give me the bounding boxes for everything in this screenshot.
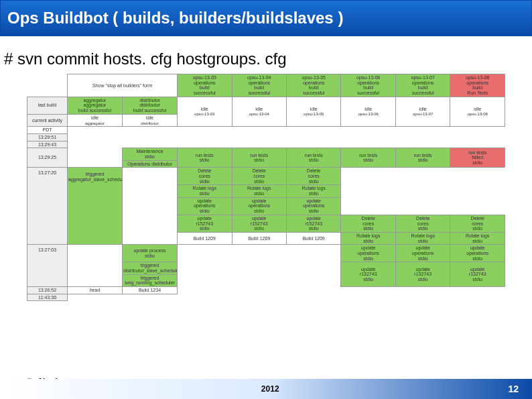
run-tests-cell[interactable]: run testsstdio bbox=[341, 148, 395, 168]
update-rev-cell[interactable]: updater152743stdio bbox=[178, 215, 232, 232]
delete-cores-cell[interactable]: Deletecoresstdio bbox=[178, 168, 232, 185]
delete-cores-cell[interactable]: Deletecoresstdio bbox=[286, 168, 340, 185]
build-num-cell[interactable]: Build 1209 bbox=[286, 232, 340, 244]
rotate-logs-cell[interactable]: Rotate logsstdio bbox=[286, 185, 340, 197]
rotate-logs-cell[interactable]: Rotate logsstdio bbox=[341, 232, 395, 244]
time-cell: 13:29:51 bbox=[27, 133, 68, 141]
rotate-logs-cell[interactable]: Rotate logsstdio bbox=[232, 185, 286, 197]
head-cell[interactable]: head bbox=[68, 287, 123, 294]
buildbot-grid: Show "stop all builders" form opsu-13-03… bbox=[27, 74, 505, 301]
col-opsu-06[interactable]: opsu-13-06operationsbuildsuccessful bbox=[341, 74, 395, 97]
triggered-dist-cell[interactable]: triggereddistributor_slave_scheduler bbox=[123, 262, 178, 274]
row-label-last-build: last build bbox=[27, 97, 68, 114]
update-ops-cell[interactable]: updateoperationsstdio bbox=[286, 197, 340, 215]
col-opsu-04[interactable]: opsu-13-04operationsbuildsuccessful bbox=[232, 74, 286, 97]
page-title: Ops Buildbot ( builds, builders/buildsla… bbox=[7, 9, 343, 27]
idle-cell: idleopsu-13-03 bbox=[178, 97, 232, 126]
rotate-logs-cell[interactable]: Rotate logsstdio bbox=[450, 232, 505, 244]
col-opsu-08[interactable]: opsu-13-08operationsbuildRun Tests bbox=[450, 74, 505, 97]
col-distributor[interactable]: distributordistributorbuild successful bbox=[123, 97, 178, 114]
update-ops-cell[interactable]: updateoperationsstdio bbox=[450, 245, 505, 262]
time-cell: 11:43:30 bbox=[27, 294, 68, 301]
col-opsu-03[interactable]: opsu-13-03operationsbuildsuccessful bbox=[178, 74, 232, 97]
triggered-agg-cell[interactable]: triggeredaggregator_slave_scheduler bbox=[68, 168, 123, 245]
build-num-cell[interactable]: Build 1209 bbox=[178, 232, 232, 244]
update-rev-cell[interactable]: updater152743stdio bbox=[286, 215, 340, 232]
update-rev-cell[interactable]: updater132743stdio bbox=[450, 262, 505, 287]
page-number: 12 bbox=[508, 384, 519, 394]
idle-cell: idleopsu-13-04 bbox=[232, 97, 286, 126]
col-aggregator[interactable]: aggregatoraggregatorbuild successful bbox=[68, 97, 123, 114]
time-cell: 13:29:25 bbox=[27, 148, 68, 168]
idle-cell: idleopsu-13-06 bbox=[341, 97, 395, 126]
maintenance-cell[interactable]: Maintenancestdio bbox=[123, 148, 178, 160]
triggered-long-cell[interactable]: triggeredlong_running_scheduler bbox=[123, 274, 178, 286]
idle-cell: idleopsu-13-07 bbox=[395, 97, 450, 126]
time-cell: 13:29:43 bbox=[27, 141, 68, 148]
update-rev-cell[interactable]: updater132743stdio bbox=[341, 262, 395, 287]
col-opsu-05[interactable]: opsu-13-05operationsbuildsuccessful bbox=[286, 74, 340, 97]
idle-cell: idleaggregator bbox=[68, 114, 123, 126]
rotate-logs-cell[interactable]: Rotate logsstdio bbox=[178, 185, 232, 197]
buildbot-table-wrap: Show "stop all builders" form opsu-13-03… bbox=[0, 74, 532, 301]
delete-cores-cell[interactable]: Deletecoresstdio bbox=[232, 168, 286, 185]
time-cell: 13:27:20 bbox=[27, 168, 68, 245]
update-rev-cell[interactable]: updater132743stdio bbox=[395, 262, 450, 287]
update-ops-cell[interactable]: updateoperationsstdio bbox=[341, 245, 395, 262]
run-tests-failed-cell[interactable]: run testsfailedstdio bbox=[450, 148, 505, 168]
update-rev-cell[interactable]: updater152743stdio bbox=[232, 215, 286, 232]
idle-cell: idledistributor bbox=[123, 114, 178, 126]
rotate-logs-cell[interactable]: Rotate logsstdio bbox=[395, 232, 450, 244]
idle-cell: idleopsu-13-08 bbox=[450, 97, 505, 126]
show-stop-form[interactable]: Show "stop all builders" form bbox=[68, 74, 178, 97]
build-num-cell[interactable]: Build 1234 bbox=[123, 287, 178, 294]
update-process-cell[interactable]: update processstdio bbox=[123, 245, 178, 262]
delete-cores-cell[interactable]: Deletecoresstdio bbox=[395, 215, 450, 232]
delete-cores-cell[interactable]: Deletecoresstdio bbox=[450, 215, 505, 232]
title-bar: Ops Buildbot ( builds, builders/buildsla… bbox=[0, 0, 532, 36]
run-tests-cell[interactable]: run testsstdio bbox=[232, 148, 286, 168]
update-ops-cell[interactable]: updateoperationsstdio bbox=[178, 197, 232, 215]
run-tests-cell[interactable]: run testsstdio bbox=[178, 148, 232, 168]
row-label-pdt: PDT bbox=[27, 127, 68, 134]
run-tests-cell[interactable]: run testsstdio bbox=[286, 148, 340, 168]
row-label-current-activity: current activity bbox=[27, 114, 68, 126]
update-ops-cell[interactable]: updateoperationsstdio bbox=[232, 197, 286, 215]
subtitle: # svn commit hosts. cfg hostgroups. cfg bbox=[0, 36, 532, 74]
build-num-cell[interactable]: Build 1209 bbox=[232, 232, 286, 244]
time-cell: 13:27:03 bbox=[27, 245, 68, 287]
time-cell: 13:26:52 bbox=[27, 287, 68, 294]
col-opsu-07[interactable]: opsu-13-07operationsbuildsuccessful bbox=[395, 74, 450, 97]
update-ops-cell[interactable]: updateoperationsstdio bbox=[395, 245, 450, 262]
ops-distributor-cell[interactable]: Operations distributor bbox=[123, 160, 178, 168]
run-tests-cell[interactable]: run testsstdio bbox=[395, 148, 450, 168]
footer-bar: 2012 12 bbox=[0, 379, 532, 399]
delete-cores-cell[interactable]: Deletecoresstdio bbox=[341, 215, 395, 232]
footer-year: 2012 bbox=[261, 384, 279, 394]
idle-cell: idleopsu-13-05 bbox=[286, 97, 340, 126]
